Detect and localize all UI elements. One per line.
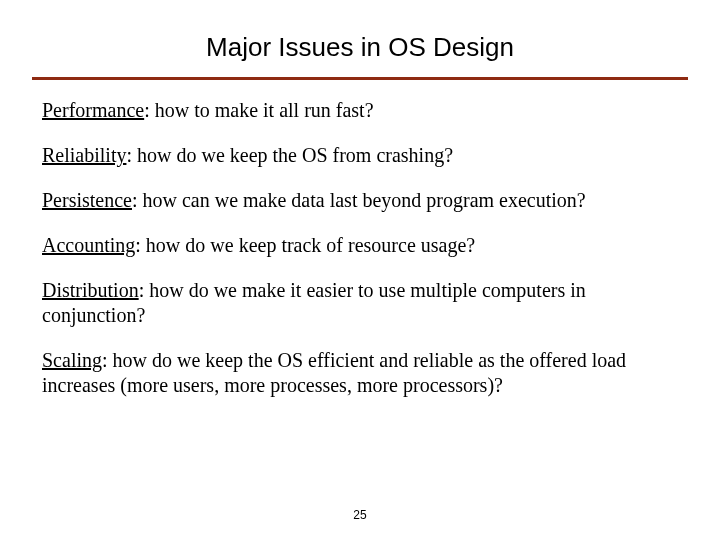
term: Reliability [42, 144, 126, 166]
term: Persistence [42, 189, 132, 211]
term-rest: : how do we keep the OS from crashing? [126, 144, 453, 166]
term: Accounting [42, 234, 135, 256]
term: Scaling [42, 349, 102, 371]
bullet-point: Distribution: how do we make it easier t… [42, 278, 678, 328]
page-number: 25 [0, 508, 720, 522]
slide: Major Issues in OS Design Performance: h… [0, 0, 720, 540]
slide-body: Performance: how to make it all run fast… [0, 80, 720, 398]
term-rest: : how do we keep track of resource usage… [135, 234, 475, 256]
bullet-point: Persistence: how can we make data last b… [42, 188, 678, 213]
term-rest: : how to make it all run fast? [144, 99, 373, 121]
bullet-point: Scaling: how do we keep the OS efficient… [42, 348, 678, 398]
bullet-point: Reliability: how do we keep the OS from … [42, 143, 678, 168]
slide-title: Major Issues in OS Design [0, 0, 720, 77]
bullet-point: Performance: how to make it all run fast… [42, 98, 678, 123]
term-rest: : how do we keep the OS efficient and re… [42, 349, 626, 396]
term-rest: : how can we make data last beyond progr… [132, 189, 586, 211]
term: Performance [42, 99, 144, 121]
bullet-point: Accounting: how do we keep track of reso… [42, 233, 678, 258]
term: Distribution [42, 279, 139, 301]
